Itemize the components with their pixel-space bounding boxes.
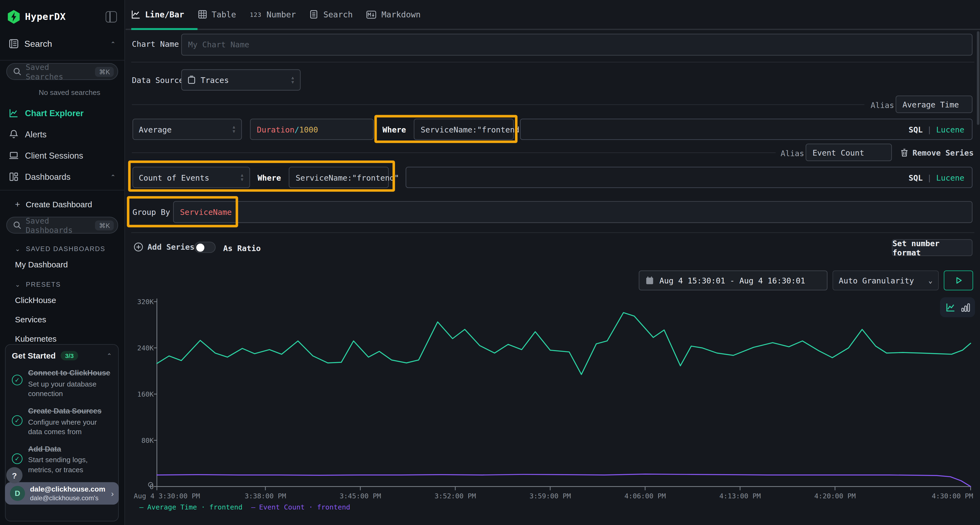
select-chevrons-icon: ▵▿ xyxy=(291,75,294,84)
y-tick-label: 160K xyxy=(131,390,154,398)
series1-query-editor[interactable]: SQL | Lucene xyxy=(520,119,972,140)
tab-line-bar[interactable]: Line/Bar xyxy=(131,0,198,29)
divider xyxy=(131,62,974,62)
series2-aggregation-select[interactable]: Count of Events ▵▿ xyxy=(132,167,250,188)
saved-dashboards-header[interactable]: ⌄ SAVED DASHBOARDS xyxy=(0,239,124,255)
chevron-up-icon[interactable]: ⌃ xyxy=(107,352,112,359)
remove-series-button[interactable]: Remove Series xyxy=(900,148,974,157)
group-by-input[interactable]: ServiceName xyxy=(173,201,972,223)
sidebar-collapse-icon[interactable] xyxy=(106,11,117,22)
legend-item-average-time[interactable]: —Average Time · frontend xyxy=(139,503,243,512)
divider xyxy=(0,190,124,190)
chevron-up-icon: ⌃ xyxy=(110,173,115,180)
get-started-item[interactable]: ✓Create Data SourcesConfigure where your… xyxy=(12,407,112,436)
series1-where-label: Where xyxy=(382,125,406,134)
alias-label: Alias xyxy=(781,149,804,158)
saved-searches-input[interactable]: Saved Searches ⌘K xyxy=(6,63,118,80)
help-button[interactable]: ? xyxy=(6,467,22,484)
legend-item-event-count[interactable]: —Event Count · frontend xyxy=(251,503,350,512)
series1-alias-input[interactable]: Average Time xyxy=(896,95,972,113)
x-tick-label: 3:45:00 PM xyxy=(340,492,381,500)
series2-where-label: Where xyxy=(258,173,281,182)
get-started-item[interactable]: ✓Add DataStart sending logs, metrics, or… xyxy=(12,444,112,474)
create-dashboard-button[interactable]: + Create Dashboard xyxy=(0,193,124,216)
get-started-item[interactable]: ✓Connect to ClickHouseSet up your databa… xyxy=(12,369,112,398)
calendar-icon xyxy=(646,276,654,285)
saved-dashboard-my-dashboard[interactable]: My Dashboard xyxy=(0,255,124,274)
legend-swatch: — xyxy=(139,503,143,512)
active-tab-underline xyxy=(131,28,197,30)
scrollbar-thumb[interactable] xyxy=(977,31,980,125)
granularity-select[interactable]: Auto Granularity ⌄ xyxy=(832,270,939,290)
x-tick-label: 4:06:00 PM xyxy=(624,492,666,500)
x-tick-label: 4:30:00 PM xyxy=(932,492,973,500)
check-circle-icon: ✓ xyxy=(12,416,22,426)
tab-table[interactable]: Table xyxy=(198,0,250,29)
get-started-items: ✓Connect to ClickHouseSet up your databa… xyxy=(12,369,112,475)
tab-bar: Line/Bar Table 123 Number Search xyxy=(126,0,980,30)
saved-searches-placeholder: Saved Searches xyxy=(25,62,91,81)
main-panel: Line/Bar Table 123 Number Search xyxy=(126,0,980,525)
chart-line-icon xyxy=(131,10,140,19)
chevron-down-icon: ⌄ xyxy=(15,281,21,287)
tab-search[interactable]: Search xyxy=(310,0,366,29)
laptop-icon xyxy=(9,151,19,160)
x-tick-label: Aug 4 3:30:00 PM xyxy=(134,492,200,500)
check-circle-icon: ✓ xyxy=(12,454,22,464)
divider xyxy=(0,60,124,60)
y-tick-label: 0 xyxy=(131,483,154,491)
doc-lines-icon xyxy=(310,10,318,19)
alias-label: Alias xyxy=(870,101,894,110)
sidebar-item-chart-explorer[interactable]: Chart Explorer xyxy=(0,103,124,124)
kbd-shortcut: ⌘K xyxy=(95,67,114,77)
tab-number[interactable]: 123 Number xyxy=(250,0,310,29)
bell-icon xyxy=(9,129,19,139)
chart-canvas[interactable] xyxy=(131,293,980,525)
sidebar-item-dashboards[interactable]: Dashboards⌃ xyxy=(0,166,124,187)
lucene-mode-link[interactable]: Lucene xyxy=(936,173,964,182)
time-range-picker[interactable]: Aug 4 15:30:01 - Aug 4 16:30:01 xyxy=(639,270,827,290)
add-series-button[interactable]: Add Series xyxy=(134,243,194,252)
search-section-label: Search xyxy=(24,39,105,49)
chart-name-input[interactable]: My Chart Name xyxy=(181,34,973,56)
y-tick-label: 80K xyxy=(131,436,154,445)
preset-services[interactable]: Services xyxy=(0,310,124,329)
no-saved-searches-text: No saved searches xyxy=(0,85,124,102)
check-circle-icon: ✓ xyxy=(12,375,22,385)
run-query-button[interactable] xyxy=(944,270,973,290)
user-profile-chip[interactable]: D dale@clickhouse.com dale@clickhouse.co… xyxy=(5,482,119,504)
trash-icon xyxy=(900,149,908,157)
search-icon xyxy=(13,221,21,229)
as-ratio-label: As Ratio xyxy=(223,243,261,253)
series2-query-editor[interactable]: SQL | Lucene xyxy=(406,167,972,188)
group-by-label: Group By xyxy=(132,207,170,217)
preset-clickhouse[interactable]: ClickHouse xyxy=(0,290,124,310)
avatar: D xyxy=(10,486,25,501)
get-started-title: Get Started xyxy=(12,351,56,360)
sidebar-item-alerts[interactable]: Alerts xyxy=(0,124,124,145)
as-ratio-toggle[interactable] xyxy=(194,242,216,253)
lucene-mode-link[interactable]: Lucene xyxy=(936,125,964,134)
presets-header[interactable]: ⌄ PRESETS xyxy=(0,274,124,290)
data-source-select[interactable]: Traces ▵▿ xyxy=(181,69,301,90)
series1-where-input[interactable]: ServiceName:"frontend" xyxy=(414,119,514,140)
series1-aggregation-select[interactable]: Average ▵▿ xyxy=(132,119,242,140)
set-number-format-button[interactable]: Set number format xyxy=(892,239,972,256)
table-icon xyxy=(198,10,207,19)
chevron-down-icon: ⌄ xyxy=(928,276,932,284)
chart-name-label: Chart Name xyxy=(132,40,179,49)
saved-dashboards-input[interactable]: Saved Dashboards ⌘K xyxy=(6,217,118,234)
search-section-header[interactable]: Search ⌃ xyxy=(0,30,124,57)
chevron-right-icon: › xyxy=(111,489,114,498)
series2-where-input[interactable]: ServiceName:"frontend" xyxy=(289,167,389,188)
search-icon xyxy=(13,67,21,76)
x-tick-label: 3:52:00 PM xyxy=(434,492,476,500)
x-tick-label: 3:59:00 PM xyxy=(530,492,571,500)
tab-markdown[interactable]: Markdown xyxy=(366,0,434,29)
sidebar-item-client-sessions[interactable]: Client Sessions xyxy=(0,145,124,166)
y-tick-label: 320K xyxy=(131,298,154,306)
divider xyxy=(132,152,776,153)
app-title: HyperDX xyxy=(25,11,101,22)
series1-field-input[interactable]: Duration/1000 xyxy=(250,119,374,140)
series2-alias-input[interactable]: Event Count xyxy=(805,144,892,161)
